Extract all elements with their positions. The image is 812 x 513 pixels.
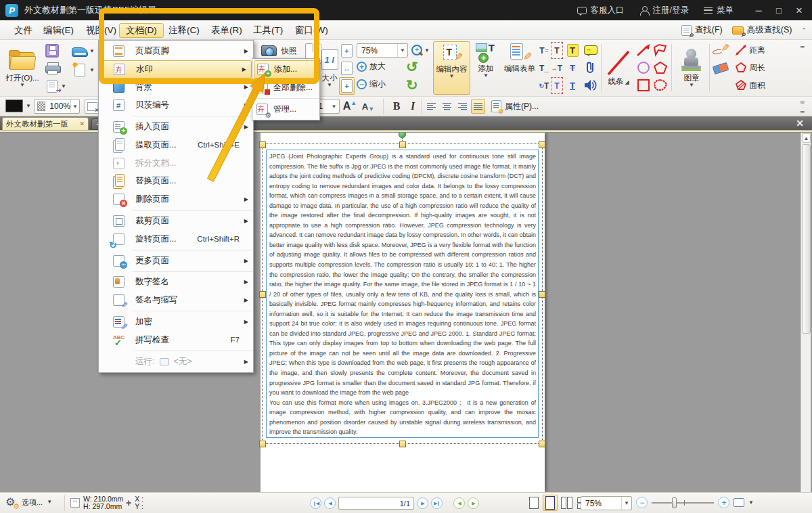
resize-handle-se[interactable] [539, 441, 545, 447]
app-menu-button[interactable]: 菜单 [704, 5, 734, 16]
increase-font-button[interactable]: A▲ [342, 99, 358, 114]
collapse-toolbar-icon[interactable]: ⌃ [801, 27, 807, 34]
ellipse-tool-button[interactable] [635, 60, 652, 76]
doc-menu-item[interactable]: 数字签名▶ [99, 273, 253, 292]
single-page-button[interactable] [526, 495, 541, 511]
facing-pages-button[interactable] [559, 495, 574, 511]
align-right-button[interactable] [455, 99, 470, 114]
doc-menu-item[interactable]: ↻旋转页面...Ctrl+Shift+R [99, 230, 253, 248]
toolbar2-expand-icon[interactable]: ≂ [800, 109, 805, 114]
fit-width-button[interactable]: ↔ [339, 60, 355, 77]
save-button[interactable] [43, 43, 61, 59]
close-button[interactable]: ✕ [789, 0, 809, 20]
last-page-button[interactable]: ▶❙ [431, 497, 443, 509]
options-button[interactable]: 选项... ▼ [5, 496, 52, 508]
toolbar-collapse-icon[interactable]: ≂ [800, 44, 805, 49]
support-entry[interactable]: 客服入口 [577, 5, 625, 16]
underline-text-button[interactable]: T [564, 77, 581, 93]
fit-options-dropdown-icon[interactable]: ▼ [748, 501, 754, 505]
tab-close-icon[interactable]: ✕ [79, 120, 85, 127]
edit-form-button[interactable]: ✎ 编辑表单 [501, 41, 538, 95]
doc-menu-item[interactable]: 贝茨编号▶ [99, 96, 253, 114]
advanced-find-button[interactable]: 高级查找(S) [732, 24, 792, 36]
doc-menu-item[interactable]: ✕删除页面▶ [99, 190, 253, 208]
new-document-button[interactable]: ▼ [69, 62, 91, 78]
resize-handle-n[interactable] [399, 141, 406, 148]
print-button[interactable] [43, 60, 61, 76]
polyline-tool-button[interactable] [652, 42, 669, 58]
rectangle-tool-button[interactable] [635, 77, 652, 93]
doc-menu-item[interactable]: ✎加密▶ [99, 313, 253, 331]
polygon-tool-button[interactable] [652, 60, 669, 76]
rotate-cw-button[interactable]: ↻ [406, 78, 418, 92]
resize-handle-nw[interactable] [259, 141, 266, 148]
resize-handle-sw[interactable] [259, 441, 266, 447]
resize-handle-s[interactable] [399, 441, 406, 447]
doc-menu-item[interactable]: ✎签名与缩写▶ [99, 291, 253, 309]
align-left-button[interactable] [424, 99, 438, 114]
comment-button[interactable] [582, 42, 600, 58]
add-button[interactable]: T+ 添加 ▼ [472, 41, 500, 95]
attach-file-button[interactable] [582, 60, 600, 76]
rotate-ccw-button[interactable]: ↺ [406, 60, 418, 74]
bold-button[interactable]: B [388, 99, 405, 114]
distance-tool-button[interactable]: 距离 [731, 42, 769, 58]
text-rotate-tool[interactable]: ↻T [538, 77, 550, 94]
opacity-combo[interactable]: 100%▼ [34, 99, 80, 114]
scan-button[interactable]: ▼ [69, 43, 91, 59]
zoom-level-combo[interactable]: 75%▼ [357, 43, 408, 58]
marquee-zoom-button[interactable]: ▼ [411, 43, 430, 58]
prev-view-button[interactable]: ◀ [453, 497, 465, 509]
doc-menu-item[interactable]: 裁剪页面▶ [99, 212, 253, 230]
page-number-input[interactable]: 1/1 [338, 497, 414, 510]
align-justify-button[interactable] [471, 99, 485, 114]
maximize-button[interactable]: □ [769, 0, 789, 20]
text-move-tool[interactable]: ↔T [551, 60, 563, 76]
zoom-slider[interactable] [652, 502, 714, 504]
menu-文件[interactable]: 文件 [8, 23, 39, 38]
vertical-scrollbar[interactable]: ▲ [800, 133, 811, 492]
text-box-tool[interactable]: T [551, 42, 563, 59]
watermark-submenu-item[interactable]: ⚙管理... [252, 100, 319, 118]
scrollbar-thumb[interactable] [802, 144, 811, 334]
highlight-text-button[interactable]: T [564, 42, 581, 58]
doc-menu-item[interactable]: +插入页面▶ [99, 118, 253, 136]
zoom-slider-handle[interactable] [672, 497, 677, 508]
find-button[interactable]: 查找(F) [681, 24, 723, 36]
zoom-in-button[interactable]: +放大 [357, 61, 386, 72]
fit-width-status-button[interactable] [734, 498, 744, 507]
doc-menu-item[interactable]: 拼写检查F7 [99, 331, 253, 349]
arrow-tool-button[interactable] [635, 42, 652, 58]
properties-button[interactable]: 属性(P)... [491, 99, 539, 114]
next-page-button[interactable]: ▶ [417, 497, 428, 509]
resize-handle-e[interactable] [539, 291, 545, 298]
rotation-handle[interactable] [399, 133, 406, 138]
decrease-font-button[interactable]: A▼ [360, 99, 376, 114]
next-view-button[interactable]: ▶ [468, 497, 479, 509]
pencil-tool-button[interactable] [712, 42, 729, 58]
area-tool-button[interactable]: 面积 [731, 77, 769, 93]
doc-menu-item[interactable]: 提取页面...Ctrl+Shift+E [99, 136, 253, 154]
zoom-out-icon[interactable]: − [636, 497, 648, 508]
zoom-out-button[interactable]: −缩小 [357, 79, 386, 90]
status-zoom-combo[interactable]: 75%▼ [581, 496, 632, 510]
fit-page-button[interactable]: + [339, 42, 355, 60]
first-page-button[interactable]: ❙◀ [310, 497, 321, 509]
scroll-up-icon[interactable]: ▲ [802, 133, 811, 143]
export-button[interactable]: ▼ [43, 78, 61, 94]
eraser-tool-button[interactable] [712, 60, 729, 76]
toolbar2-collapse-icon[interactable]: ≂ [800, 99, 805, 105]
perimeter-tool-button[interactable]: 周长 [731, 60, 769, 76]
doc-menu-item[interactable]: 运行:<无>▶ [99, 353, 253, 371]
resize-handle-w[interactable] [259, 291, 266, 298]
sound-comment-button[interactable] [582, 77, 600, 93]
continuous-page-button[interactable] [543, 495, 558, 511]
prev-page-button[interactable]: ◀ [324, 497, 336, 509]
menu-编辑(E)[interactable]: 编辑(E) [37, 23, 80, 38]
zoom-in-icon[interactable]: + [718, 497, 729, 508]
open-button[interactable]: 打开(O)... ▼ [4, 43, 41, 94]
align-center-button[interactable] [440, 99, 454, 114]
minimize-button[interactable]: ─ [748, 0, 769, 20]
stamp-button[interactable]: 图章 ▼ [675, 42, 708, 93]
document-tab[interactable]: 外文教材删第一版 ✕ [2, 117, 89, 130]
